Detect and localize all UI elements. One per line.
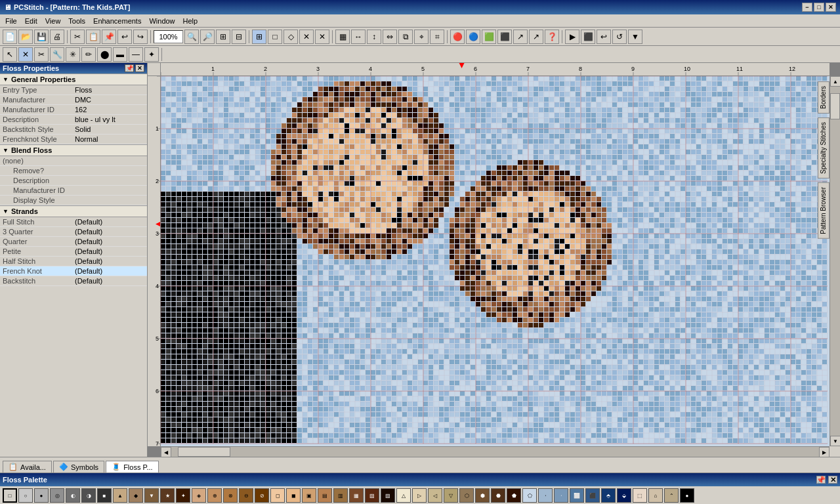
- palette-swatch[interactable]: ●: [34, 488, 49, 503]
- tool-btn2[interactable]: ↔: [351, 30, 366, 44]
- tool-btn4[interactable]: ⇔: [383, 30, 397, 44]
- palette-swatch[interactable]: ▦: [349, 488, 364, 503]
- cut-button[interactable]: ✂: [70, 30, 85, 44]
- line-tool[interactable]: ✏: [81, 47, 96, 62]
- menu-view[interactable]: View: [41, 16, 65, 26]
- scroll-down[interactable]: ▼: [830, 436, 840, 446]
- palette-swatch[interactable]: ⌃: [664, 488, 679, 503]
- scroll-left[interactable]: ◀: [161, 447, 171, 457]
- paste-button[interactable]: 📌: [102, 30, 116, 44]
- menu-enhancements[interactable]: Enhancements: [89, 16, 145, 26]
- palette-swatch[interactable]: ◻: [270, 488, 285, 503]
- grid-canvas[interactable]: [161, 76, 830, 446]
- print-button[interactable]: 🖨: [50, 30, 64, 44]
- palette-pin[interactable]: 📌: [816, 476, 826, 484]
- strands-toggle[interactable]: ▼: [3, 208, 9, 215]
- zoom-in-button[interactable]: 🔎: [200, 30, 215, 44]
- canvas-viewport[interactable]: [161, 76, 830, 446]
- zoom-actual-button[interactable]: ⊟: [232, 30, 246, 44]
- menu-edit[interactable]: Edit: [21, 16, 41, 26]
- palette-swatch[interactable]: □: [3, 488, 17, 503]
- action-btn2[interactable]: ⬛: [581, 30, 595, 44]
- palette-swatch[interactable]: ◼: [286, 488, 301, 503]
- palette-swatch[interactable]: ⬚: [633, 488, 647, 503]
- palette-swatch[interactable]: ⬢: [475, 488, 490, 503]
- palette-close[interactable]: ✕: [828, 476, 837, 484]
- undo-button[interactable]: ↩: [117, 30, 132, 44]
- specialty-stitches-tab[interactable]: Specialty Stitches: [818, 117, 830, 178]
- palette-swatch[interactable]: ▤: [318, 488, 332, 503]
- star-tool[interactable]: ✦: [144, 47, 159, 62]
- palette-swatch[interactable]: ●: [680, 488, 694, 503]
- scroll-v-thumb[interactable]: [830, 93, 840, 119]
- zoom-input[interactable]: [154, 30, 183, 43]
- color-btn4[interactable]: ⬛: [497, 30, 512, 44]
- palette-swatch[interactable]: ▣: [302, 488, 316, 503]
- symbols-tab[interactable]: 🔷 Symbols: [53, 461, 104, 472]
- menu-tools[interactable]: Tools: [64, 16, 89, 26]
- rect-tool[interactable]: ▬: [113, 47, 127, 62]
- scroll-h-track[interactable]: [171, 447, 819, 457]
- zoom-out-button[interactable]: 🔍: [184, 30, 199, 44]
- tool-btn1[interactable]: ▦: [335, 30, 350, 44]
- palette-swatch[interactable]: ⊖: [239, 488, 253, 503]
- maximize-button[interactable]: □: [814, 3, 824, 12]
- pattern-browser-tab[interactable]: Pattern Browser: [818, 182, 830, 239]
- general-toggle[interactable]: ▼: [3, 76, 9, 83]
- grid-toggle[interactable]: ⊞: [252, 30, 266, 44]
- action-btn3[interactable]: ↩: [597, 30, 611, 44]
- more-btn[interactable]: ▼: [628, 30, 642, 44]
- palette-swatch[interactable]: ◎: [50, 488, 64, 503]
- palette-swatch[interactable]: ⊘: [255, 488, 269, 503]
- menu-window[interactable]: Window: [145, 16, 178, 26]
- palette-swatch[interactable]: ▥: [333, 488, 348, 503]
- menu-file[interactable]: File: [1, 16, 21, 26]
- palette-swatch[interactable]: ▽: [444, 488, 458, 503]
- erase-tool[interactable]: ✂: [34, 47, 49, 62]
- palette-swatch[interactable]: ◁: [428, 488, 442, 503]
- color-btn1[interactable]: 🔴: [450, 30, 465, 44]
- close-button[interactable]: ✕: [826, 3, 836, 12]
- palette-swatch[interactable]: ▧: [365, 488, 379, 503]
- tool-btn5[interactable]: ⧉: [398, 30, 413, 44]
- palette-swatch[interactable]: ⌂: [648, 488, 663, 503]
- scroll-up[interactable]: ▲: [830, 76, 840, 87]
- color-btn7[interactable]: ❓: [545, 30, 559, 44]
- palette-swatch[interactable]: ○: [18, 488, 33, 503]
- palette-swatch[interactable]: ⬠: [522, 488, 537, 503]
- action-btn4[interactable]: ↺: [612, 30, 627, 44]
- scrollbar-vertical[interactable]: ▲ ▼: [830, 76, 840, 446]
- palette-swatch[interactable]: △: [396, 488, 411, 503]
- palette-swatch[interactable]: ⬜: [570, 488, 584, 503]
- palette-swatch[interactable]: ◑: [81, 488, 96, 503]
- palette-swatch[interactable]: ⬣: [491, 488, 505, 503]
- palette-swatch[interactable]: ◆: [129, 488, 143, 503]
- palette-swatch[interactable]: ⬟: [507, 488, 521, 503]
- new-button[interactable]: 📄: [3, 30, 17, 44]
- color-btn6[interactable]: ↗: [529, 30, 543, 44]
- view-btn4[interactable]: ✕: [315, 30, 329, 44]
- tool-btn7[interactable]: ⌗: [430, 30, 444, 44]
- action-btn1[interactable]: ▶: [565, 30, 579, 44]
- open-button[interactable]: 📂: [18, 30, 33, 44]
- redo-button[interactable]: ↪: [133, 30, 148, 44]
- select-tool[interactable]: ↖: [3, 47, 17, 62]
- scrollbar-horizontal[interactable]: ◀ ▶: [161, 446, 830, 457]
- color-btn5[interactable]: ↗: [513, 30, 528, 44]
- scroll-h-thumb[interactable]: [178, 447, 230, 457]
- palette-swatch[interactable]: ▼: [144, 488, 159, 503]
- palette-swatch[interactable]: ⊕: [207, 488, 222, 503]
- tool-btn6[interactable]: ⌖: [414, 30, 429, 44]
- palette-swatch[interactable]: ⬘: [601, 488, 616, 503]
- stitch-tool[interactable]: ✳: [66, 47, 80, 62]
- palette-swatch[interactable]: ⬝: [538, 488, 553, 503]
- available-tab[interactable]: 📋 Availa...: [3, 461, 52, 472]
- blend-toggle[interactable]: ▼: [3, 147, 9, 154]
- menu-help[interactable]: Help: [179, 16, 202, 26]
- copy-button[interactable]: 📋: [86, 30, 100, 44]
- palette-swatch[interactable]: ★: [160, 488, 175, 503]
- zoom-fit-button[interactable]: ⊞: [216, 30, 230, 44]
- panel-pin[interactable]: 📌: [125, 64, 134, 72]
- floss-palette-tab[interactable]: 🧵 Floss P...: [106, 461, 158, 472]
- palette-swatch[interactable]: ■: [97, 488, 112, 503]
